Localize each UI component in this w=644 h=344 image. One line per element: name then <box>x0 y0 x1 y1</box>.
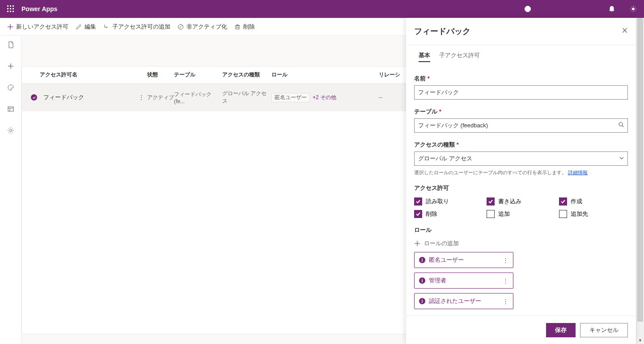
name-label: 名前 * <box>414 75 628 83</box>
lbl-delete: 削除 <box>426 210 437 218</box>
role-label: ロール <box>414 226 628 234</box>
cancel-button[interactable]: キャンセル <box>580 323 628 337</box>
lbl-appendto: 追加先 <box>571 210 588 218</box>
row-state: アクティブ <box>147 94 174 101</box>
col-access[interactable]: アクセスの種類 <box>222 71 271 79</box>
panel-body: 基本 子アクセス許可 名前 * テーブル * アクセスの種類 * 選択したロール… <box>406 45 636 315</box>
svg-point-13 <box>632 8 635 10</box>
svg-rect-18 <box>236 25 239 29</box>
global-header: Power Apps <box>0 0 644 18</box>
bell-icon[interactable] <box>601 0 623 18</box>
app-launcher-icon[interactable] <box>0 0 21 18</box>
perm-grid: 読み取り 書き込み 作成 削除 追加 追加先 <box>414 197 628 218</box>
edit-button[interactable]: 編集 <box>76 23 96 31</box>
role-more-0[interactable]: ⋮ <box>503 257 508 264</box>
role-name-1: 管理者 <box>429 277 446 285</box>
role-item-0[interactable]: i匿名ユーザー ⋮ <box>414 252 513 268</box>
close-icon[interactable] <box>622 27 628 35</box>
row-role-more[interactable]: +2 その他 <box>313 94 336 101</box>
info-icon: i <box>419 298 425 304</box>
cb-delete[interactable] <box>414 210 422 218</box>
role-more-1[interactable]: ⋮ <box>503 277 508 284</box>
lbl-write: 書き込み <box>498 197 521 206</box>
col-relation[interactable]: リレーシ <box>379 71 406 79</box>
info-icon: i <box>419 257 425 263</box>
row-name: フィードバック <box>43 93 84 101</box>
cb-create[interactable] <box>559 197 567 206</box>
role-item-2[interactable]: i認証されたユーザー ⋮ <box>414 293 513 309</box>
row-access: グローバル アクセス <box>222 90 271 105</box>
col-name[interactable]: アクセス許可名 <box>40 71 147 79</box>
svg-rect-6 <box>7 11 8 12</box>
lbl-read: 読み取り <box>426 197 449 206</box>
new-permission-button[interactable]: 新しいアクセス許可 <box>7 23 68 31</box>
access-label: アクセスの種類 * <box>414 141 628 149</box>
role-name-0: 匿名ユーザー <box>429 256 464 264</box>
cb-write[interactable] <box>487 197 495 206</box>
panel-title: フィードバック <box>414 26 470 37</box>
col-table[interactable]: テーブル <box>174 71 222 79</box>
row-role-chip[interactable]: 匿名ユーザー <box>271 93 310 102</box>
row-relation: -- <box>379 94 406 101</box>
row-more-icon[interactable]: ⋮ <box>136 94 147 101</box>
plus-icon[interactable] <box>6 62 15 71</box>
panel-tabs: 基本 子アクセス許可 <box>414 45 628 67</box>
cb-appendto[interactable] <box>559 210 567 218</box>
new-permission-label: 新しいアクセス許可 <box>16 23 68 31</box>
perm-label: アクセス許可 <box>414 184 628 192</box>
svg-rect-8 <box>13 11 14 12</box>
app-title: Power Apps <box>21 5 57 13</box>
palette-icon[interactable] <box>6 83 15 92</box>
add-role-label: ロールの追加 <box>424 239 459 248</box>
role-more-2[interactable]: ⋮ <box>503 298 508 305</box>
settings-icon[interactable] <box>6 126 15 135</box>
save-button[interactable]: 保存 <box>546 323 576 337</box>
add-child-label: 子アクセス許可の追加 <box>112 23 170 31</box>
deactivate-button[interactable]: 非アクティブ化 <box>178 23 227 31</box>
col-state[interactable]: 状態 <box>147 71 174 79</box>
info-icon: i <box>419 277 425 284</box>
svg-rect-3 <box>7 8 8 9</box>
svg-rect-2 <box>13 5 14 7</box>
panel-header: フィードバック <box>406 18 636 45</box>
lbl-create: 作成 <box>571 197 582 206</box>
page-icon[interactable] <box>6 40 15 49</box>
delete-label: 削除 <box>243 23 255 31</box>
table-label: テーブル * <box>414 108 628 116</box>
gear-icon[interactable] <box>623 0 644 18</box>
svg-rect-7 <box>10 11 11 12</box>
role-name-2: 認証されたユーザー <box>429 297 481 305</box>
delete-button[interactable]: 削除 <box>234 23 255 31</box>
svg-rect-4 <box>10 8 11 9</box>
lbl-append: 追加 <box>498 210 510 218</box>
svg-rect-0 <box>7 5 8 7</box>
name-input[interactable] <box>414 85 628 100</box>
scrollbar[interactable]: ▲ ▼ <box>636 18 644 344</box>
scroll-down-icon[interactable]: ▼ <box>636 337 644 344</box>
globe-icon[interactable] <box>517 0 538 18</box>
left-rail <box>0 36 21 344</box>
deactivate-label: 非アクティブ化 <box>186 23 227 31</box>
access-help-link[interactable]: 詳細情報 <box>568 170 588 175</box>
tab-child[interactable]: 子アクセス許可 <box>439 51 480 62</box>
panel-footer: 保存 キャンセル <box>406 315 636 344</box>
add-child-button[interactable]: 子アクセス許可の追加 <box>103 23 170 31</box>
col-role[interactable]: ロール <box>271 71 379 79</box>
access-select[interactable] <box>414 151 628 166</box>
cb-read[interactable] <box>414 197 422 206</box>
svg-rect-1 <box>10 5 11 7</box>
svg-rect-5 <box>13 8 14 9</box>
row-table: フィードバック (fe... <box>174 91 222 105</box>
edit-label: 編集 <box>85 23 96 31</box>
table-input[interactable] <box>414 118 628 133</box>
access-help: 選択したロールのユーザーにテーブル内のすべての行を表示します。 詳細情報 <box>414 169 628 176</box>
role-item-1[interactable]: i管理者 ⋮ <box>414 273 513 289</box>
edit-panel: フィードバック 基本 子アクセス許可 名前 * テーブル * アクセスの種類 *… <box>406 18 636 344</box>
cb-append[interactable] <box>487 210 495 218</box>
tab-basic[interactable]: 基本 <box>419 51 430 62</box>
form-icon[interactable] <box>6 105 15 113</box>
add-role-button[interactable]: ロールの追加 <box>414 239 628 248</box>
scroll-thumb[interactable] <box>637 18 643 322</box>
svg-point-28 <box>9 130 12 132</box>
svg-line-17 <box>179 25 182 29</box>
